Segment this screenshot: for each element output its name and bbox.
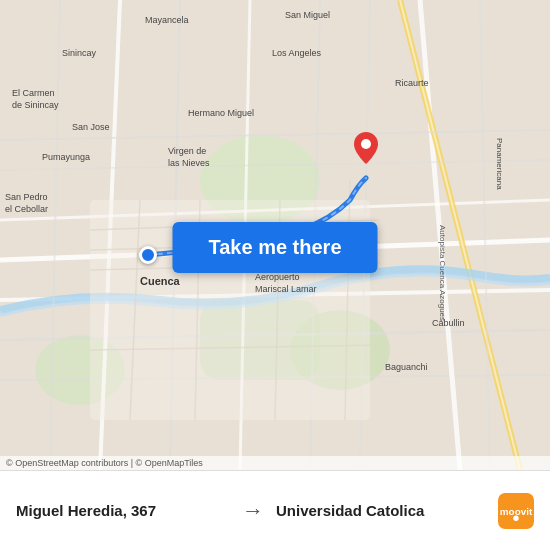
arrow-icon: → — [230, 498, 276, 524]
attribution-text: © OpenStreetMap contributors | © OpenMap… — [6, 458, 203, 468]
map-attribution: © OpenStreetMap contributors | © OpenMap… — [0, 456, 550, 470]
moovit-logo: moovit — [498, 493, 534, 529]
destination-marker — [354, 132, 378, 168]
to-location: Universidad Catolica — [276, 502, 490, 519]
map-container: Mayancela San Miguel Sinincay Los Angele… — [0, 0, 550, 470]
from-location: Miguel Heredia, 367 — [16, 502, 230, 519]
app: Mayancela San Miguel Sinincay Los Angele… — [0, 0, 550, 550]
svg-text:moovit: moovit — [500, 505, 533, 516]
svg-point-31 — [361, 139, 371, 149]
take-me-there-button[interactable]: Take me there — [172, 222, 377, 273]
origin-marker — [139, 246, 157, 264]
to-label: Universidad Catolica — [276, 502, 490, 519]
from-label: Miguel Heredia, 367 — [16, 502, 230, 519]
bottom-bar: Miguel Heredia, 367 → Universidad Catoli… — [0, 470, 550, 550]
moovit-icon: moovit — [498, 493, 534, 529]
svg-point-34 — [513, 515, 518, 520]
